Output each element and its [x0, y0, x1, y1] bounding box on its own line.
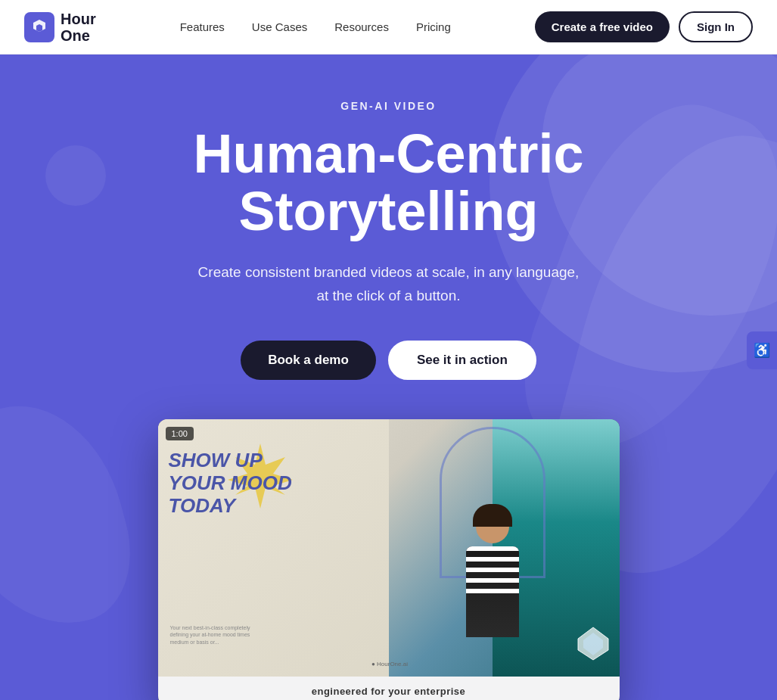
see-action-button[interactable]: See it in action: [388, 341, 536, 380]
hero-title: Human-Centric Storytelling: [48, 126, 729, 240]
create-video-button[interactable]: Create a free video: [535, 11, 670, 42]
person-head: [476, 510, 509, 543]
book-demo-button[interactable]: Book a demo: [241, 341, 376, 380]
logo-area: Hour One: [24, 11, 96, 44]
accessibility-button[interactable]: ♿: [747, 331, 777, 369]
sign-in-button[interactable]: Sign In: [679, 11, 753, 42]
video-right-area: ● HourOne.ai: [365, 419, 620, 677]
accessibility-icon: ♿: [754, 342, 770, 359]
diamond-decoration: [574, 624, 612, 661]
brand-name: Hour One: [61, 11, 96, 44]
nav-item-use-cases[interactable]: Use Cases: [252, 20, 307, 34]
person-stripes: [466, 546, 519, 637]
video-bottom-bar: engineered for your enterprise: [158, 677, 620, 700]
video-timer: 1:00: [166, 427, 194, 440]
person-body: [466, 546, 519, 637]
video-preview[interactable]: 1:00 SHOW UPYOUR MOODTODAY Your next bes…: [158, 419, 620, 700]
logo-icon: [24, 12, 54, 42]
navbar-cta-area: Create a free video Sign In: [535, 11, 753, 42]
nav-item-features[interactable]: Features: [180, 20, 225, 34]
video-bottom-text: engineered for your enterprise: [312, 686, 466, 697]
nav-menu: Features Use Cases Resources Pricing: [180, 20, 451, 34]
video-frame: 1:00 SHOW UPYOUR MOODTODAY Your next bes…: [158, 419, 620, 677]
video-brand-watermark: ● HourOne.ai: [371, 661, 408, 667]
hero-eyebrow: GEN-AI VIDEO: [340, 100, 436, 112]
person-hair: [473, 504, 512, 527]
hero-subtitle: Create consistent branded videos at scal…: [198, 261, 580, 307]
nav-item-resources[interactable]: Resources: [334, 20, 389, 34]
hero-cta-buttons: Book a demo See it in action: [241, 341, 536, 380]
video-text-area: SHOW UPYOUR MOODTODAY Your next best-in-…: [158, 419, 389, 677]
hero-section: GEN-AI VIDEO Human-Centric Storytelling …: [0, 54, 777, 700]
person-avatar: [455, 510, 530, 677]
video-show-up-text: SHOW UPYOUR MOODTODAY: [169, 450, 292, 518]
nav-item-pricing[interactable]: Pricing: [416, 20, 451, 34]
bg-decoration-3: [0, 385, 148, 648]
navbar: Hour One Features Use Cases Resources Pr…: [0, 0, 777, 54]
video-body-text: Your next best-in-class completely defin…: [170, 624, 269, 646]
